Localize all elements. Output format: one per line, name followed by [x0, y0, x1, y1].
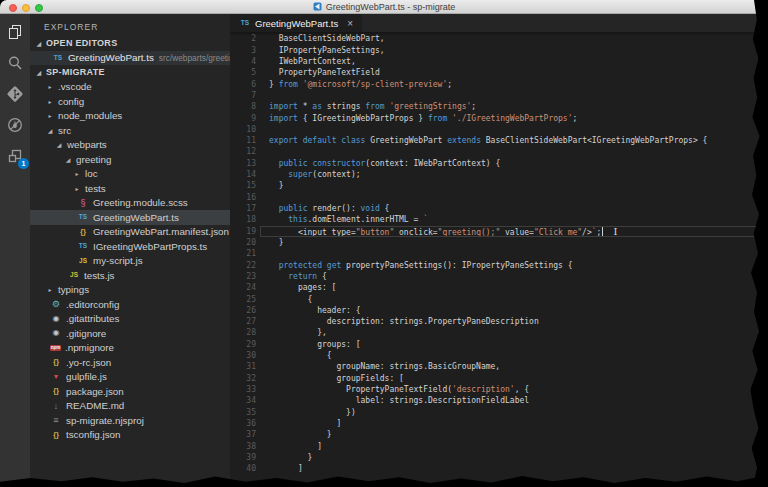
file-.gitignore[interactable]: ◉.gitignore: [30, 326, 230, 341]
project-section-header[interactable]: ◢ SP-MIGRATE: [30, 65, 230, 80]
code-line-17[interactable]: 17 public render(): void {: [230, 203, 768, 214]
code-text: <input type="button" onclick="greeting()…: [256, 226, 617, 237]
code-line-21[interactable]: 21: [230, 248, 768, 259]
code-line-35[interactable]: 35 }): [230, 407, 768, 418]
code-line-20[interactable]: 20 }: [230, 237, 768, 248]
close-tab-icon[interactable]: ×: [347, 18, 353, 29]
file-tsconfig.json[interactable]: {}tsconfig.json: [30, 428, 230, 443]
open-editors-header[interactable]: ◢ OPEN EDITORS: [30, 36, 230, 51]
tree-item-label: tsconfig.json: [66, 429, 120, 440]
code-text: public render(): void {: [256, 203, 389, 214]
code-line-31[interactable]: 31 groupName: strings.BasicGroupName,: [230, 361, 768, 372]
folder-loc[interactable]: ▸loc: [30, 167, 230, 182]
code-text: PropertyPaneTextField('description', {: [256, 384, 529, 395]
code-line-3[interactable]: 3 IPropertyPaneSettings,: [230, 45, 768, 56]
code-line-27[interactable]: 27 description: strings.PropertyPaneDesc…: [230, 316, 768, 327]
code-line-13[interactable]: 13 public constructor(context: IWebPartC…: [230, 158, 768, 169]
code-line-14[interactable]: 14 super(context);: [230, 169, 768, 180]
line-number: 38: [230, 441, 256, 452]
code-line-15[interactable]: 15 }: [230, 180, 768, 191]
code-text: BaseClientSideWebPart,: [256, 33, 385, 44]
code-line-40[interactable]: 40 ]: [230, 463, 768, 474]
code-editor[interactable]: 1import {2 BaseClientSideWebPart,3 IProp…: [230, 32, 768, 487]
titlebar[interactable]: GreetingWebPart.ts - sp-migrate: [0, 0, 768, 14]
code-line-19[interactable]: 19 <input type="button" onclick="greetin…: [230, 226, 768, 237]
file-IGreetingWebPartProps.ts[interactable]: TSIGreetingWebPartProps.ts: [30, 239, 230, 254]
open-editor-item[interactable]: TS GreetingWebPart.ts src/webparts/greet…: [30, 51, 230, 66]
code-line-2[interactable]: 2 BaseClientSideWebPart,: [230, 33, 768, 44]
file-sp-migrate.njsproj[interactable]: ≡sp-migrate.njsproj: [30, 413, 230, 428]
file-my-script.js[interactable]: JSmy-script.js: [30, 254, 230, 269]
code-line-12[interactable]: 12: [230, 146, 768, 157]
file-.editorconfig[interactable]: ⚙.editorconfig: [30, 297, 230, 312]
code-line-36[interactable]: 36 ]: [230, 418, 768, 429]
line-number: 16: [230, 192, 256, 203]
file-.npmignore[interactable]: npm.npmignore: [30, 341, 230, 356]
folder-src[interactable]: ◢src: [30, 123, 230, 138]
code-line-39[interactable]: 39 }: [230, 452, 768, 463]
tree-item-label: loc: [85, 168, 98, 179]
code-line-7[interactable]: 7: [230, 90, 768, 101]
line-number: 14: [230, 169, 256, 180]
code-line-28[interactable]: 28 },: [230, 327, 768, 338]
github-file-icon: ◉: [50, 314, 62, 324]
extensions-icon[interactable]: 1: [6, 147, 24, 165]
code-line-38[interactable]: 38 ]: [230, 441, 768, 452]
file-GreetingWebPart.manifest.json[interactable]: {}GreetingWebPart.manifest.json: [30, 225, 230, 240]
folder-typings[interactable]: ▸typings: [30, 283, 230, 298]
file-.yo-rc.json[interactable]: {}.yo-rc.json: [30, 355, 230, 370]
code-line-11[interactable]: 11export default class GreetingWebPart e…: [230, 135, 768, 146]
main-layout: 1 EXPLORER ◢ OPEN EDITORS TS GreetingWeb…: [0, 14, 768, 487]
tab-greetingwebpart[interactable]: TS GreetingWebPart.ts ×: [230, 14, 362, 32]
source-control-icon[interactable]: [6, 85, 24, 103]
code-line-22[interactable]: 22 protected get propertyPaneSettings():…: [230, 260, 768, 271]
folder-.vscode[interactable]: ▸.vscode: [30, 80, 230, 95]
window-title: GreetingWebPart.ts - sp-migrate: [326, 2, 455, 12]
file-Greeting.module.scss[interactable]: §Greeting.module.scss: [30, 196, 230, 211]
tree-item-label: package.json: [66, 386, 124, 397]
minimize-window-button[interactable]: [22, 4, 30, 12]
code-line-30[interactable]: 30 {: [230, 350, 768, 361]
code-line-18[interactable]: 18 this.domElement.innerHTML = `: [230, 214, 768, 225]
window-title-group: GreetingWebPart.ts - sp-migrate: [313, 2, 455, 12]
file-.gitattributes[interactable]: ◉.gitattributes: [30, 312, 230, 327]
code-line-10[interactable]: 10: [230, 124, 768, 135]
code-line-26[interactable]: 26 header: {: [230, 305, 768, 316]
code-line-29[interactable]: 29 groups: [: [230, 339, 768, 350]
code-line-4[interactable]: 4 IWebPartContext,: [230, 56, 768, 67]
file-GreetingWebPart.ts[interactable]: TSGreetingWebPart.ts: [30, 210, 230, 225]
code-line-5[interactable]: 5 PropertyPaneTextField: [230, 67, 768, 78]
tree-item-label: .gitattributes: [66, 313, 119, 324]
file-gulpfile.js[interactable]: ▼gulpfile.js: [30, 370, 230, 385]
code-line-8[interactable]: 8import * as strings from 'greetingStrin…: [230, 101, 768, 112]
open-editor-filepath: src/webparts/greeting: [159, 53, 230, 63]
code-line-16[interactable]: 16: [230, 192, 768, 203]
explorer-icon[interactable]: [6, 23, 24, 41]
code-line-25[interactable]: 25 {: [230, 294, 768, 305]
code-line-9[interactable]: 9import { IGreetingWebPartProps } from '…: [230, 113, 768, 124]
file-package.json[interactable]: {}package.json: [30, 384, 230, 399]
maximize-window-button[interactable]: [35, 4, 43, 12]
file-tests.js[interactable]: JStests.js: [30, 268, 230, 283]
code-line-23[interactable]: 23 return {: [230, 271, 768, 282]
code-line-34[interactable]: 34 label: strings.DescriptionFieldLabel: [230, 395, 768, 406]
code-line-32[interactable]: 32 groupFields: [: [230, 373, 768, 384]
folder-webparts[interactable]: ◢webparts: [30, 138, 230, 153]
folder-tests[interactable]: ▸tests: [30, 181, 230, 196]
code-line-37[interactable]: 37 }: [230, 429, 768, 440]
folder-config[interactable]: ▸config: [30, 94, 230, 109]
code-line-24[interactable]: 24 pages: [: [230, 282, 768, 293]
code-line-6[interactable]: 6} from '@microsoft/sp-client-preview';: [230, 79, 768, 90]
folder-node_modules[interactable]: ▸node_modules: [30, 109, 230, 124]
line-number: 28: [230, 327, 256, 338]
code-text: import * as strings from 'greetingString…: [256, 101, 476, 112]
tree-item-label: GreetingWebPart.manifest.json: [93, 226, 229, 237]
close-window-button[interactable]: [9, 4, 17, 12]
file-README.md[interactable]: ↓README.md: [30, 399, 230, 414]
debug-icon[interactable]: [6, 116, 24, 134]
search-icon[interactable]: [6, 54, 24, 72]
tree-item-label: .gitignore: [66, 328, 106, 339]
code-line-33[interactable]: 33 PropertyPaneTextField('description', …: [230, 384, 768, 395]
folder-greeting[interactable]: ◢greeting: [30, 152, 230, 167]
line-number: 9: [230, 113, 256, 124]
